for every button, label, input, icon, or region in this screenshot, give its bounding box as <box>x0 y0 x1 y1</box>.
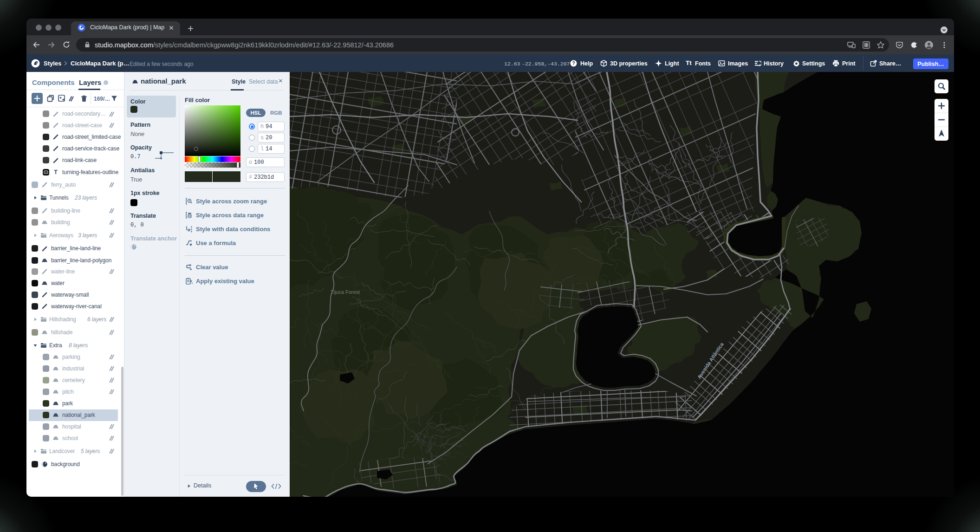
svg-text:Tijuca Forest: Tijuca Forest <box>331 289 360 295</box>
svg-text:?: ? <box>572 61 575 66</box>
